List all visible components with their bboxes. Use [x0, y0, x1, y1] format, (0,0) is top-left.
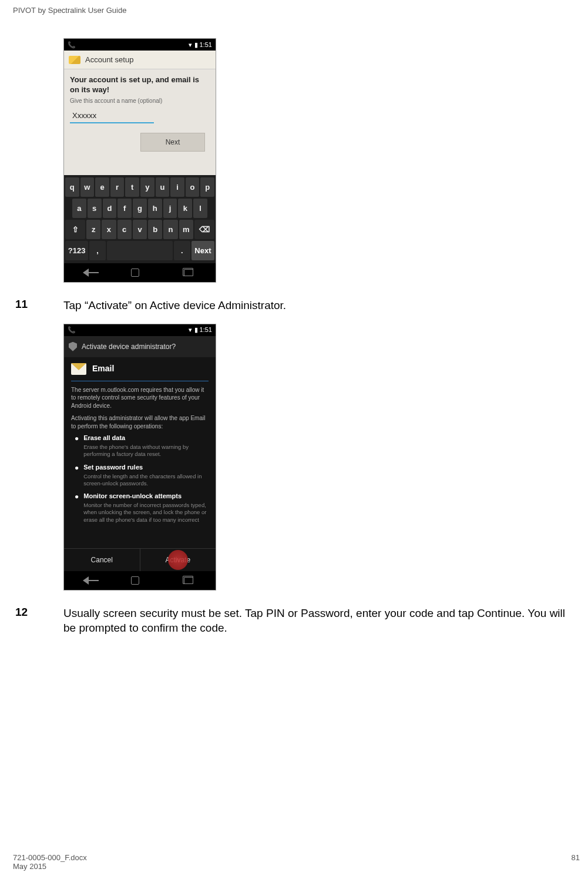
activate-button[interactable]: Activate	[140, 549, 216, 571]
footer-date: May 2015	[13, 862, 87, 871]
admin-paragraph-1: The server m.outlook.com requires that y…	[71, 386, 209, 410]
nav-recent-icon[interactable]	[184, 269, 193, 276]
key-l[interactable]: l	[193, 199, 207, 218]
nav-bar	[64, 263, 216, 282]
account-name-input[interactable]	[70, 109, 154, 123]
key-t[interactable]: t	[125, 177, 139, 197]
app-bar: Activate device administrator?	[64, 336, 216, 357]
bullet-icon: ●	[75, 464, 79, 488]
key-q[interactable]: q	[65, 177, 79, 197]
key-m[interactable]: m	[179, 220, 193, 239]
soft-keyboard[interactable]: q w e r t y u i o p a s d f g h j k l	[64, 175, 216, 263]
document-footer: 721-0005-000_F.docx May 2015 81	[13, 853, 580, 871]
nav-home-icon[interactable]	[131, 576, 139, 585]
perm-desc: Erase the phone's data without warning b…	[83, 444, 209, 458]
key-comma[interactable]: ,	[89, 241, 106, 260]
perm-title: Monitor screen-unlock attempts	[83, 492, 209, 501]
step-text: Tap “Activate” on Active device Administ…	[63, 298, 575, 313]
nav-home-icon[interactable]	[131, 269, 139, 277]
document-body: 📞 ▾ ▮ 1:51 Account setup Your account is…	[0, 15, 588, 636]
admin-paragraph-2: Activating this administrator will allow…	[71, 414, 209, 430]
status-bar: 📞 ▾ ▮ 1:51	[64, 39, 216, 51]
key-c[interactable]: c	[117, 220, 132, 239]
touch-indicator-icon	[168, 550, 188, 570]
key-b[interactable]: b	[148, 220, 162, 239]
bullet-icon: ●	[75, 435, 79, 458]
setup-body: Your account is set up, and email is on …	[64, 69, 216, 175]
key-backspace[interactable]: ⌫	[194, 220, 214, 239]
key-p[interactable]: p	[200, 177, 214, 197]
step-text: Usually screen security must be set. Tap…	[63, 606, 575, 636]
key-k[interactable]: k	[178, 199, 192, 218]
status-time: 1:51	[200, 41, 212, 48]
perm-desc: Control the length and the characters al…	[83, 473, 209, 488]
key-w[interactable]: w	[80, 177, 95, 197]
key-e[interactable]: e	[95, 177, 109, 197]
battery-icon: ▮	[194, 326, 198, 333]
perm-title: Set password rules	[83, 463, 209, 472]
screenshot-account-setup: 📞 ▾ ▮ 1:51 Account setup Your account is…	[63, 38, 216, 283]
step-11: 11 Tap “Activate” on Active device Admin…	[15, 298, 575, 313]
document-header: PIVOT by Spectralink User Guide	[0, 6, 588, 15]
email-app-label: Email	[92, 363, 114, 374]
perm-title: Erase all data	[83, 434, 209, 442]
key-v[interactable]: v	[133, 220, 147, 239]
key-space[interactable]	[107, 241, 173, 260]
mail-icon	[69, 56, 80, 64]
list-item: ● Erase all data Erase the phone's data …	[75, 434, 209, 458]
key-n[interactable]: n	[163, 220, 177, 239]
key-i[interactable]: i	[170, 177, 184, 197]
perm-desc: Monitor the number of incorrect password…	[83, 502, 209, 524]
divider	[71, 381, 209, 381]
footer-page-number: 81	[572, 853, 580, 871]
screenshot-activate-admin: 📞 ▾ ▮ 1:51 Activate device administrator…	[63, 324, 216, 591]
permission-list: ● Erase all data Erase the phone's data …	[75, 434, 209, 524]
admin-body: Email The server m.outlook.com requires …	[64, 357, 216, 548]
setup-hint: Give this account a name (optional)	[70, 98, 210, 104]
list-item: ● Monitor screen-unlock attempts Monitor…	[75, 492, 209, 524]
wifi-icon: ▾	[189, 41, 192, 48]
key-symbols[interactable]: ?123	[65, 241, 88, 260]
key-g[interactable]: g	[133, 199, 147, 218]
key-s[interactable]: s	[88, 199, 102, 218]
status-time: 1:51	[200, 326, 212, 333]
bullet-icon: ●	[75, 493, 79, 524]
phone-icon: 📞	[68, 326, 76, 334]
next-button[interactable]: Next	[140, 133, 205, 152]
setup-message: Your account is set up, and email is on …	[70, 75, 210, 95]
battery-icon: ▮	[194, 41, 198, 48]
key-r[interactable]: r	[110, 177, 125, 197]
key-period[interactable]: .	[174, 241, 190, 260]
step-12: 12 Usually screen security must be set. …	[15, 606, 575, 636]
key-o[interactable]: o	[186, 177, 200, 197]
key-next[interactable]: Next	[191, 241, 214, 260]
status-right: ▾ ▮ 1:51	[189, 41, 212, 49]
key-y[interactable]: y	[140, 177, 154, 197]
shield-icon	[69, 342, 77, 351]
cancel-button[interactable]: Cancel	[64, 549, 140, 571]
key-z[interactable]: z	[86, 220, 100, 239]
step-number: 11	[15, 298, 48, 313]
nav-bar	[64, 571, 216, 590]
key-x[interactable]: x	[102, 220, 116, 239]
nav-recent-icon[interactable]	[184, 577, 193, 584]
step-number: 12	[15, 606, 48, 636]
key-f[interactable]: f	[117, 199, 132, 218]
key-h[interactable]: h	[148, 199, 162, 218]
key-a[interactable]: a	[72, 199, 86, 218]
app-bar-title: Account setup	[85, 55, 133, 64]
key-j[interactable]: j	[163, 199, 177, 218]
phone-icon: 📞	[68, 41, 76, 49]
key-u[interactable]: u	[156, 177, 170, 197]
email-app-icon	[71, 363, 86, 375]
app-bar: Account setup	[64, 51, 216, 69]
key-shift[interactable]: ⇧	[65, 220, 85, 239]
wifi-icon: ▾	[189, 326, 192, 333]
status-bar: 📞 ▾ ▮ 1:51	[64, 324, 216, 336]
app-bar-title: Activate device administrator?	[82, 343, 176, 351]
action-bar: Cancel Activate	[64, 548, 216, 571]
status-right: ▾ ▮ 1:51	[189, 326, 212, 334]
list-item: ● Set password rules Control the length …	[75, 463, 209, 488]
footer-filename: 721-0005-000_F.docx	[13, 853, 87, 862]
key-d[interactable]: d	[103, 199, 117, 218]
